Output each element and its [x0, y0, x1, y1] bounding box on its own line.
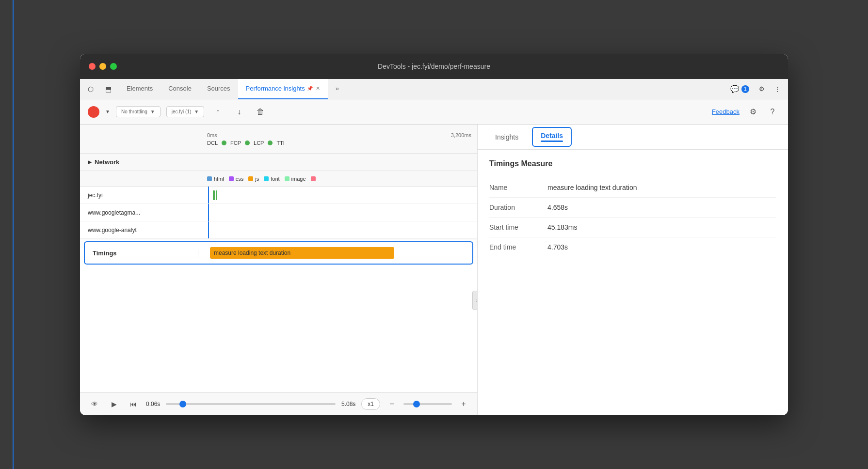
tab-performance-insights[interactable]: Performance insights 📌 ✕ — [238, 79, 328, 99]
speed-button[interactable]: x1 — [361, 398, 380, 410]
dock-icon[interactable]: ⬒ — [101, 82, 115, 96]
pin-icon: 📌 — [307, 86, 313, 91]
details-tab-label: Details — [541, 132, 563, 140]
details-key-start: Start time — [489, 218, 547, 237]
eye-icon-button[interactable]: 👁 — [88, 397, 101, 411]
details-tab-underline — [541, 141, 563, 142]
scrubber[interactable] — [166, 403, 336, 405]
legend-js: js — [248, 176, 259, 182]
settings-icon-button[interactable]: ⚙ — [755, 82, 769, 96]
maximize-button[interactable] — [110, 63, 117, 70]
zoom-slider[interactable] — [403, 403, 452, 405]
details-value-duration: 4.658s — [547, 198, 776, 218]
legend-font: font — [264, 176, 279, 182]
tab-close-icon[interactable]: ✕ — [316, 85, 320, 92]
tabs-container: Elements Console Sources Performance ins… — [119, 79, 723, 99]
network-row-timeline-0 — [201, 187, 477, 203]
timeline-expand-btn[interactable]: › — [472, 291, 478, 310]
tti-dot — [268, 141, 273, 145]
left-panel: 0ms 3,200ms DCL FCP LCP TTI — [80, 125, 478, 415]
timing-bar[interactable]: measure loading text duration — [210, 247, 394, 259]
network-section: ▶ Network html css — [80, 154, 477, 239]
network-row-label-0: jec.fyi — [80, 192, 201, 199]
details-row-duration: Duration 4.658s — [489, 198, 776, 218]
network-bars-0 — [213, 190, 217, 200]
minimize-button[interactable] — [99, 63, 106, 70]
lcp-label: LCP — [254, 140, 264, 146]
green-bar-1 — [213, 190, 215, 200]
help-button[interactable]: ? — [765, 104, 780, 120]
timings-row: Timings measure loading text duration — [85, 242, 472, 264]
image-label: image — [291, 176, 306, 182]
tab-console[interactable]: Console — [161, 79, 199, 99]
right-tabs: Insights Details — [478, 125, 788, 150]
css-label: css — [236, 176, 244, 182]
network-row-label-2: www.google-analyt — [80, 227, 201, 234]
throttling-dropdown[interactable]: No throttling ▼ — [116, 106, 161, 117]
record-dropdown-arrow[interactable]: ▼ — [105, 109, 110, 114]
scrubber-thumb[interactable] — [179, 401, 186, 407]
details-key-end: End time — [489, 237, 547, 257]
details-row-end: End time 4.703s — [489, 237, 776, 257]
fcp-label: FCP — [230, 140, 241, 146]
tab-elements[interactable]: Elements — [119, 79, 161, 99]
network-row-0[interactable]: jec.fyi — [80, 187, 477, 204]
js-label: js — [255, 176, 259, 182]
network-toggle-icon[interactable]: ▶ — [88, 159, 92, 165]
tab-insights[interactable]: Insights — [485, 129, 528, 145]
back-to-start-button[interactable]: ⏮ — [127, 397, 140, 411]
more-options-button[interactable]: ⋮ — [771, 82, 784, 96]
tab-details[interactable]: Details — [532, 127, 572, 147]
feedback-link[interactable]: Feedback — [712, 108, 739, 115]
zoom-in-button[interactable]: + — [458, 398, 469, 410]
close-button[interactable] — [89, 63, 96, 70]
html-label: html — [214, 176, 224, 182]
download-button[interactable]: ↓ — [231, 104, 247, 120]
badge-count: 1 — [741, 85, 749, 93]
network-row-timeline-1 — [201, 204, 477, 221]
main-content: 0ms 3,200ms DCL FCP LCP TTI — [80, 125, 788, 415]
timings-section[interactable]: Timings measure loading text duration — [84, 241, 473, 265]
details-value-start: 45.183ms — [547, 218, 776, 237]
timeline-header: 0ms 3,200ms DCL FCP LCP TTI — [80, 125, 477, 154]
settings-button[interactable]: ⚙ — [745, 104, 761, 120]
expand-area: › — [80, 266, 477, 392]
network-rows: jec.fyi www.googletagma... — [80, 187, 477, 239]
legend-image: image — [285, 176, 306, 182]
details-key-duration: Duration — [489, 198, 547, 218]
html-dot — [207, 176, 212, 181]
cursor-icon[interactable]: ⬡ — [84, 82, 97, 96]
target-dropdown[interactable]: jec.fyi (1) ▼ — [166, 106, 204, 117]
toolbar-right-icons: ⚙ ? — [745, 104, 780, 120]
legend-html: html — [207, 176, 224, 182]
network-row-label-1: www.googletagma... — [80, 209, 201, 216]
insights-tab-label: Insights — [495, 133, 518, 141]
legend-row: html css js font — [80, 171, 477, 187]
toolbar: ▼ No throttling ▼ jec.fyi (1) ▼ ↑ ↓ 🗑 Fe… — [80, 99, 788, 125]
title-bar: DevTools - jec.fyi/demo/perf-measure — [80, 54, 788, 79]
delete-button[interactable]: 🗑 — [253, 104, 268, 120]
network-row-1[interactable]: www.googletagma... — [80, 204, 477, 221]
zoom-out-button[interactable]: − — [386, 398, 398, 410]
record-button[interactable] — [88, 106, 99, 118]
tab-bar-right: 💬 1 ⚙ ⋮ — [726, 82, 784, 96]
time-markers: 0ms 3,200ms — [207, 132, 471, 138]
image-dot — [285, 176, 289, 181]
network-row-2[interactable]: www.google-analyt — [80, 221, 477, 239]
tab-sources[interactable]: Sources — [199, 79, 238, 99]
time-left-display: 0.06s — [146, 401, 160, 407]
scrubber-container — [166, 403, 336, 405]
upload-button[interactable]: ↑ — [210, 104, 225, 120]
window-title: DevTools - jec.fyi/demo/perf-measure — [378, 63, 490, 70]
network-section-header[interactable]: ▶ Network — [80, 154, 477, 171]
tab-bar: ⬡ ⬒ Elements Console Sources Performance… — [80, 79, 788, 99]
legend-extra — [311, 176, 316, 181]
chat-badge-button[interactable]: 💬 1 — [726, 83, 753, 95]
bottom-bar: 👁 ▶ ⏮ 0.06s 5.08s x1 − + — [80, 392, 477, 415]
tab-more[interactable]: » — [328, 79, 347, 99]
js-dot — [248, 176, 253, 181]
details-value-name: measure loading text duration — [547, 178, 776, 198]
play-button[interactable]: ▶ — [107, 397, 121, 411]
css-dot — [229, 176, 234, 181]
network-section-label: Network — [95, 158, 119, 166]
